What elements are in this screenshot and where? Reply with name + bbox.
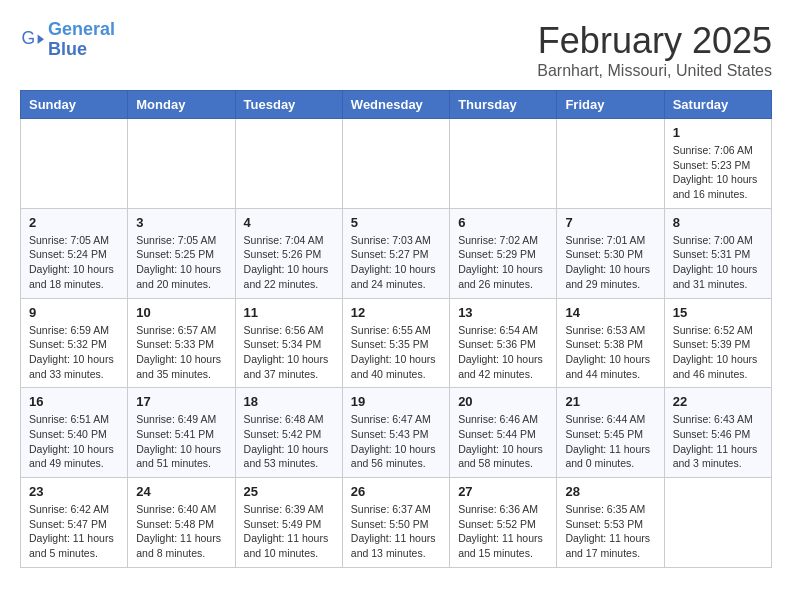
day-info: Sunrise: 6:52 AM Sunset: 5:39 PM Dayligh… (673, 323, 763, 382)
weekday-header-wednesday: Wednesday (342, 91, 449, 119)
day-number: 8 (673, 215, 763, 230)
calendar-cell (557, 119, 664, 209)
day-number: 21 (565, 394, 655, 409)
day-number: 11 (244, 305, 334, 320)
day-info: Sunrise: 6:47 AM Sunset: 5:43 PM Dayligh… (351, 412, 441, 471)
calendar-cell: 23Sunrise: 6:42 AM Sunset: 5:47 PM Dayli… (21, 478, 128, 568)
calendar-cell: 26Sunrise: 6:37 AM Sunset: 5:50 PM Dayli… (342, 478, 449, 568)
logo-line1: General (48, 19, 115, 39)
day-number: 16 (29, 394, 119, 409)
svg-marker-1 (38, 34, 44, 44)
calendar-cell: 22Sunrise: 6:43 AM Sunset: 5:46 PM Dayli… (664, 388, 771, 478)
day-info: Sunrise: 6:56 AM Sunset: 5:34 PM Dayligh… (244, 323, 334, 382)
weekday-header-friday: Friday (557, 91, 664, 119)
day-number: 13 (458, 305, 548, 320)
weekday-header-thursday: Thursday (450, 91, 557, 119)
day-number: 22 (673, 394, 763, 409)
title-block: February 2025 Barnhart, Missouri, United… (537, 20, 772, 80)
calendar-cell: 5Sunrise: 7:03 AM Sunset: 5:27 PM Daylig… (342, 208, 449, 298)
day-number: 7 (565, 215, 655, 230)
day-info: Sunrise: 7:03 AM Sunset: 5:27 PM Dayligh… (351, 233, 441, 292)
calendar-cell: 4Sunrise: 7:04 AM Sunset: 5:26 PM Daylig… (235, 208, 342, 298)
weekday-header-saturday: Saturday (664, 91, 771, 119)
weekday-header-sunday: Sunday (21, 91, 128, 119)
day-info: Sunrise: 7:05 AM Sunset: 5:25 PM Dayligh… (136, 233, 226, 292)
calendar-table: SundayMondayTuesdayWednesdayThursdayFrid… (20, 90, 772, 568)
day-info: Sunrise: 6:37 AM Sunset: 5:50 PM Dayligh… (351, 502, 441, 561)
calendar-cell: 17Sunrise: 6:49 AM Sunset: 5:41 PM Dayli… (128, 388, 235, 478)
day-info: Sunrise: 6:51 AM Sunset: 5:40 PM Dayligh… (29, 412, 119, 471)
day-number: 10 (136, 305, 226, 320)
calendar-body: 1Sunrise: 7:06 AM Sunset: 5:23 PM Daylig… (21, 119, 772, 568)
day-info: Sunrise: 6:59 AM Sunset: 5:32 PM Dayligh… (29, 323, 119, 382)
day-number: 27 (458, 484, 548, 499)
calendar-cell (235, 119, 342, 209)
logo-text: General Blue (48, 20, 115, 60)
week-row-5: 23Sunrise: 6:42 AM Sunset: 5:47 PM Dayli… (21, 478, 772, 568)
logo-line2: Blue (48, 39, 87, 59)
day-number: 15 (673, 305, 763, 320)
day-number: 23 (29, 484, 119, 499)
weekday-header-row: SundayMondayTuesdayWednesdayThursdayFrid… (21, 91, 772, 119)
week-row-4: 16Sunrise: 6:51 AM Sunset: 5:40 PM Dayli… (21, 388, 772, 478)
day-number: 28 (565, 484, 655, 499)
day-number: 19 (351, 394, 441, 409)
logo-icon: G (20, 28, 44, 52)
day-info: Sunrise: 7:00 AM Sunset: 5:31 PM Dayligh… (673, 233, 763, 292)
day-number: 20 (458, 394, 548, 409)
day-info: Sunrise: 6:55 AM Sunset: 5:35 PM Dayligh… (351, 323, 441, 382)
month-title: February 2025 (537, 20, 772, 62)
day-info: Sunrise: 6:39 AM Sunset: 5:49 PM Dayligh… (244, 502, 334, 561)
logo: G General Blue (20, 20, 115, 60)
calendar-cell: 15Sunrise: 6:52 AM Sunset: 5:39 PM Dayli… (664, 298, 771, 388)
day-info: Sunrise: 6:53 AM Sunset: 5:38 PM Dayligh… (565, 323, 655, 382)
week-row-3: 9Sunrise: 6:59 AM Sunset: 5:32 PM Daylig… (21, 298, 772, 388)
day-info: Sunrise: 6:57 AM Sunset: 5:33 PM Dayligh… (136, 323, 226, 382)
week-row-2: 2Sunrise: 7:05 AM Sunset: 5:24 PM Daylig… (21, 208, 772, 298)
calendar-cell: 9Sunrise: 6:59 AM Sunset: 5:32 PM Daylig… (21, 298, 128, 388)
calendar-header: SundayMondayTuesdayWednesdayThursdayFrid… (21, 91, 772, 119)
calendar-cell: 11Sunrise: 6:56 AM Sunset: 5:34 PM Dayli… (235, 298, 342, 388)
day-number: 25 (244, 484, 334, 499)
calendar-cell (128, 119, 235, 209)
day-info: Sunrise: 6:44 AM Sunset: 5:45 PM Dayligh… (565, 412, 655, 471)
day-number: 18 (244, 394, 334, 409)
calendar-cell: 25Sunrise: 6:39 AM Sunset: 5:49 PM Dayli… (235, 478, 342, 568)
day-info: Sunrise: 6:42 AM Sunset: 5:47 PM Dayligh… (29, 502, 119, 561)
calendar-cell: 19Sunrise: 6:47 AM Sunset: 5:43 PM Dayli… (342, 388, 449, 478)
calendar-cell: 16Sunrise: 6:51 AM Sunset: 5:40 PM Dayli… (21, 388, 128, 478)
day-number: 6 (458, 215, 548, 230)
day-info: Sunrise: 7:04 AM Sunset: 5:26 PM Dayligh… (244, 233, 334, 292)
day-info: Sunrise: 7:05 AM Sunset: 5:24 PM Dayligh… (29, 233, 119, 292)
calendar-cell: 13Sunrise: 6:54 AM Sunset: 5:36 PM Dayli… (450, 298, 557, 388)
calendar-cell: 10Sunrise: 6:57 AM Sunset: 5:33 PM Dayli… (128, 298, 235, 388)
day-number: 17 (136, 394, 226, 409)
calendar-cell: 12Sunrise: 6:55 AM Sunset: 5:35 PM Dayli… (342, 298, 449, 388)
calendar-cell: 7Sunrise: 7:01 AM Sunset: 5:30 PM Daylig… (557, 208, 664, 298)
calendar-cell (342, 119, 449, 209)
day-number: 9 (29, 305, 119, 320)
calendar-cell: 3Sunrise: 7:05 AM Sunset: 5:25 PM Daylig… (128, 208, 235, 298)
calendar-cell: 2Sunrise: 7:05 AM Sunset: 5:24 PM Daylig… (21, 208, 128, 298)
day-number: 2 (29, 215, 119, 230)
day-info: Sunrise: 6:36 AM Sunset: 5:52 PM Dayligh… (458, 502, 548, 561)
day-number: 14 (565, 305, 655, 320)
calendar-cell (664, 478, 771, 568)
calendar-cell (450, 119, 557, 209)
calendar-cell (21, 119, 128, 209)
day-info: Sunrise: 7:01 AM Sunset: 5:30 PM Dayligh… (565, 233, 655, 292)
calendar-cell: 14Sunrise: 6:53 AM Sunset: 5:38 PM Dayli… (557, 298, 664, 388)
day-number: 3 (136, 215, 226, 230)
calendar-cell: 18Sunrise: 6:48 AM Sunset: 5:42 PM Dayli… (235, 388, 342, 478)
calendar-cell: 27Sunrise: 6:36 AM Sunset: 5:52 PM Dayli… (450, 478, 557, 568)
calendar-cell: 1Sunrise: 7:06 AM Sunset: 5:23 PM Daylig… (664, 119, 771, 209)
day-number: 1 (673, 125, 763, 140)
day-info: Sunrise: 7:02 AM Sunset: 5:29 PM Dayligh… (458, 233, 548, 292)
calendar-cell: 20Sunrise: 6:46 AM Sunset: 5:44 PM Dayli… (450, 388, 557, 478)
calendar-cell: 6Sunrise: 7:02 AM Sunset: 5:29 PM Daylig… (450, 208, 557, 298)
day-number: 26 (351, 484, 441, 499)
calendar-cell: 24Sunrise: 6:40 AM Sunset: 5:48 PM Dayli… (128, 478, 235, 568)
weekday-header-monday: Monday (128, 91, 235, 119)
week-row-1: 1Sunrise: 7:06 AM Sunset: 5:23 PM Daylig… (21, 119, 772, 209)
day-info: Sunrise: 6:43 AM Sunset: 5:46 PM Dayligh… (673, 412, 763, 471)
